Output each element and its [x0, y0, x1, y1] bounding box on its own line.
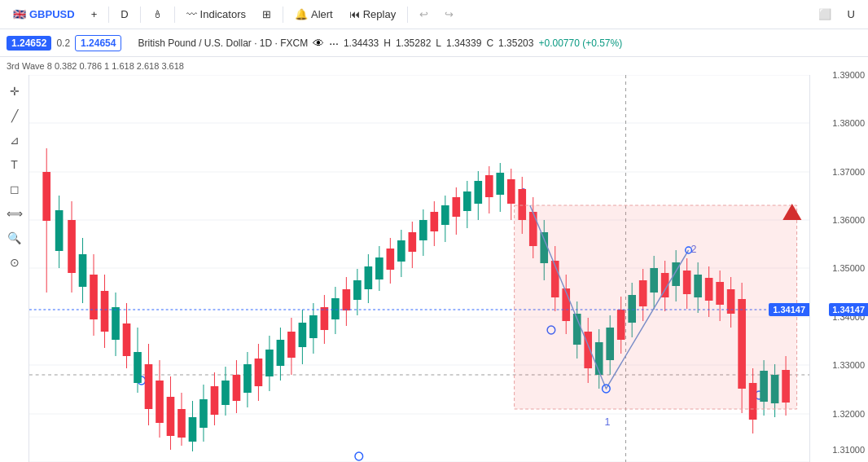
- svg-rect-88: [441, 205, 449, 225]
- svg-rect-16: [55, 210, 64, 251]
- low-value: 1.34339: [446, 37, 481, 49]
- price-label-1350: 1.35000: [832, 263, 865, 273]
- decimal-value: 0.2: [56, 37, 70, 49]
- current-price-badge: 1.24652: [7, 36, 51, 51]
- chart-canvas[interactable]: 0 1: [29, 75, 809, 462]
- price-label-1390: 1.39000: [832, 70, 865, 80]
- svg-rect-22: [90, 275, 98, 319]
- cursor-tool[interactable]: ✛: [3, 80, 26, 103]
- symbol-label: GBPUSD: [29, 8, 75, 20]
- svg-rect-37: [167, 397, 175, 436]
- svg-rect-18: [68, 220, 76, 273]
- svg-rect-70: [343, 289, 351, 310]
- price-label-1320: 1.32000: [832, 409, 865, 419]
- svg-rect-49: [233, 375, 241, 401]
- open-value: 1.34433: [344, 37, 379, 49]
- svg-rect-27: [112, 307, 120, 340]
- more-icon[interactable]: ···: [329, 37, 339, 50]
- instrument-title: British Pound / U.S. Dollar · 1D · FXCM: [138, 37, 308, 49]
- svg-rect-55: [265, 350, 274, 376]
- text-tool[interactable]: T: [3, 153, 26, 176]
- chart-type-button[interactable]: 🕯: [146, 5, 169, 24]
- magnet-tool[interactable]: ⊙: [3, 251, 26, 274]
- svg-rect-90: [452, 197, 460, 217]
- svg-rect-57: [277, 340, 285, 366]
- main-toolbar: 🇬🇧 GBPUSD + D 🕯 〰 Indicators ⊞ 🔔 Alert ⏮…: [0, 0, 868, 29]
- price-chart: 0 1: [29, 75, 809, 462]
- svg-rect-35: [156, 381, 164, 423]
- indicators-icon: 〰: [186, 8, 197, 20]
- low-label: L: [436, 37, 441, 49]
- svg-rect-157: [515, 205, 797, 409]
- svg-rect-72: [353, 280, 362, 300]
- svg-rect-53: [255, 359, 263, 386]
- redo-button[interactable]: ↪: [438, 5, 460, 24]
- layouts-icon: ⊞: [262, 8, 271, 20]
- alert-label: Alert: [311, 8, 333, 20]
- symbol-button[interactable]: 🇬🇧 GBPUSD: [7, 5, 81, 24]
- timeframe-label: D: [121, 8, 128, 20]
- svg-rect-76: [375, 257, 384, 279]
- wave-bar: 3rd Wave 8 0.382 0.786 1 1.618 2.618 3.6…: [0, 57, 868, 75]
- separator: [108, 7, 109, 23]
- svg-rect-84: [419, 220, 427, 240]
- add-symbol-button[interactable]: +: [85, 5, 104, 24]
- svg-rect-68: [331, 298, 340, 319]
- separator2: [140, 7, 141, 23]
- shape-tool[interactable]: ◻: [3, 178, 26, 200]
- current-price-tag: 1.34147: [769, 303, 809, 316]
- user-button[interactable]: U: [841, 5, 861, 24]
- axis-current-price: 1.34147: [829, 303, 868, 316]
- eye-icon[interactable]: 👁: [313, 37, 324, 50]
- svg-rect-80: [397, 240, 406, 262]
- close-label: C: [486, 37, 493, 49]
- drawing-toolbar: ✛ ╱ ⊿ T ◻ ⟺ 🔍 ⊙: [0, 75, 29, 462]
- price-label-1380: 1.38000: [832, 118, 865, 128]
- svg-rect-59: [287, 332, 296, 358]
- svg-rect-47: [221, 381, 230, 405]
- layouts-button[interactable]: ⊞: [256, 5, 278, 24]
- current-price-value: 1.34147: [773, 305, 805, 315]
- svg-rect-96: [485, 175, 493, 197]
- svg-rect-20: [79, 254, 87, 287]
- line-tool[interactable]: ╱: [3, 104, 26, 127]
- high-value: 1.35282: [396, 37, 431, 49]
- replay-button[interactable]: ⏮ Replay: [343, 5, 402, 24]
- svg-rect-92: [463, 191, 471, 211]
- user-icon: U: [848, 8, 855, 20]
- svg-rect-94: [474, 181, 482, 204]
- svg-rect-65: [321, 307, 329, 330]
- price-axis: 1.39000 1.38000 1.37000 1.36000 1.35000 …: [809, 75, 868, 462]
- second-price-badge: 1.24654: [75, 35, 121, 51]
- alert-button[interactable]: 🔔 Alert: [288, 5, 340, 24]
- separator4: [283, 7, 283, 23]
- svg-text:1: 1: [604, 416, 610, 428]
- fullscreen-button[interactable]: ⬜: [812, 5, 838, 24]
- svg-rect-61: [299, 323, 307, 347]
- svg-rect-43: [199, 399, 208, 428]
- price-label-1360: 1.36000: [832, 215, 865, 225]
- svg-rect-31: [134, 352, 142, 383]
- wave-info: 3rd Wave 8 0.382 0.786 1 1.618 2.618 3.6…: [7, 61, 184, 71]
- svg-rect-41: [189, 417, 197, 442]
- svg-rect-98: [496, 173, 504, 195]
- fib-tool[interactable]: ⊿: [3, 129, 26, 152]
- redo-icon: ↪: [445, 8, 454, 20]
- fullscreen-icon: ⬜: [818, 8, 831, 20]
- svg-rect-33: [145, 364, 153, 409]
- svg-rect-29: [123, 323, 131, 356]
- undo-button[interactable]: ↩: [413, 5, 435, 24]
- measure-tool[interactable]: ⟺: [3, 202, 26, 225]
- svg-rect-74: [365, 266, 373, 289]
- price-label-1370: 1.37000: [832, 167, 865, 177]
- indicators-button[interactable]: 〰 Indicators: [180, 5, 252, 24]
- close-value: 1.35203: [498, 37, 533, 49]
- zoom-tool[interactable]: 🔍: [3, 227, 26, 249]
- price-label-1330: 1.33000: [832, 360, 865, 370]
- plus-icon: +: [91, 8, 98, 20]
- timeframe-button[interactable]: D: [114, 5, 134, 24]
- svg-rect-82: [409, 232, 417, 252]
- svg-rect-101: [507, 179, 515, 204]
- change-value: +0.00770 (+0.57%): [538, 37, 622, 49]
- svg-rect-86: [430, 212, 438, 231]
